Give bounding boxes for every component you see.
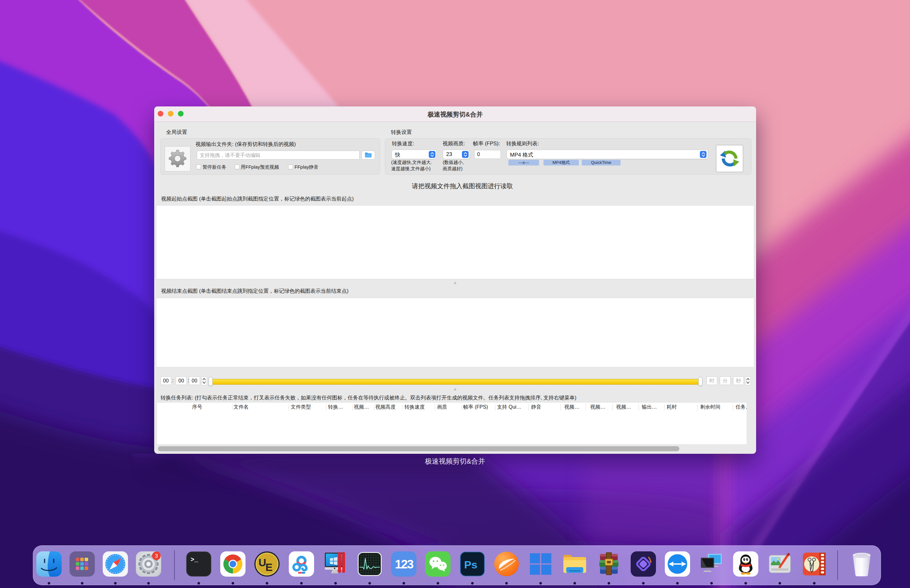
svg-text:E: E — [266, 561, 273, 573]
svg-text:3: 3 — [155, 553, 158, 559]
svg-text:123: 123 — [395, 558, 413, 571]
svg-text:Ps: Ps — [464, 559, 478, 571]
svg-text:>_: >_ — [191, 556, 198, 563]
svg-text:U: U — [259, 556, 266, 569]
